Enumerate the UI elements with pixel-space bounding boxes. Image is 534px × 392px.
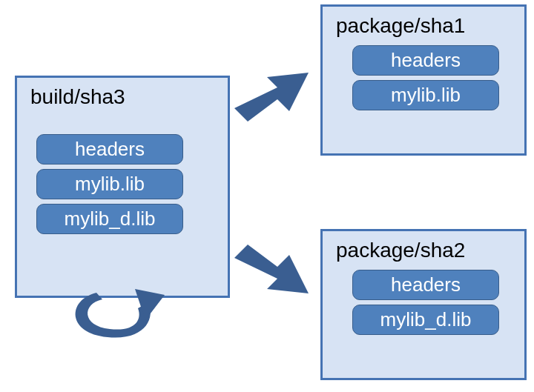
svg-marker-0 (234, 73, 309, 122)
package2-item: mylib_d.lib (352, 305, 499, 335)
build-self-loop-icon (67, 289, 178, 348)
build-title: build/sha3 (17, 78, 228, 112)
package1-item: mylib.lib (352, 80, 499, 110)
package2-title: package/sha2 (323, 231, 524, 265)
package2-box: package/sha2 headers mylib_d.lib (320, 229, 527, 380)
build-box: build/sha3 headers mylib.lib mylib_d.lib (15, 76, 230, 298)
arrow-to-package1-icon (234, 64, 316, 130)
build-item: mylib.lib (36, 169, 183, 199)
package1-title: package/sha1 (323, 7, 524, 41)
arrow-to-package2-icon (234, 236, 316, 302)
build-item: headers (36, 134, 183, 165)
package2-item: headers (352, 270, 499, 300)
build-item: mylib_d.lib (36, 204, 183, 234)
package1-box: package/sha1 headers mylib.lib (320, 4, 527, 156)
svg-marker-1 (234, 245, 309, 293)
package1-item: headers (352, 45, 499, 76)
